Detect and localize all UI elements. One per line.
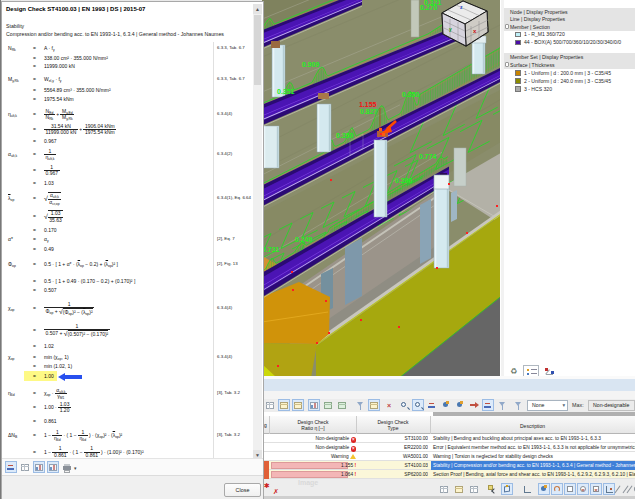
svg-text:1.155: 1.155	[359, 101, 377, 108]
svg-text:0.351: 0.351	[277, 88, 295, 95]
svg-text:0.827: 0.827	[360, 108, 378, 115]
svg-text:0.249: 0.249	[295, 236, 313, 243]
svg-text:0.909: 0.909	[302, 61, 320, 68]
svg-text:0.296: 0.296	[395, 177, 413, 184]
svg-text:0.731: 0.731	[262, 246, 280, 253]
svg-text:0.350: 0.350	[336, 132, 354, 139]
svg-text:0.270: 0.270	[420, 4, 438, 11]
svg-text:0.350: 0.350	[402, 91, 420, 98]
svg-text:y: y	[449, 26, 452, 32]
svg-text:0.774: 0.774	[419, 153, 437, 160]
